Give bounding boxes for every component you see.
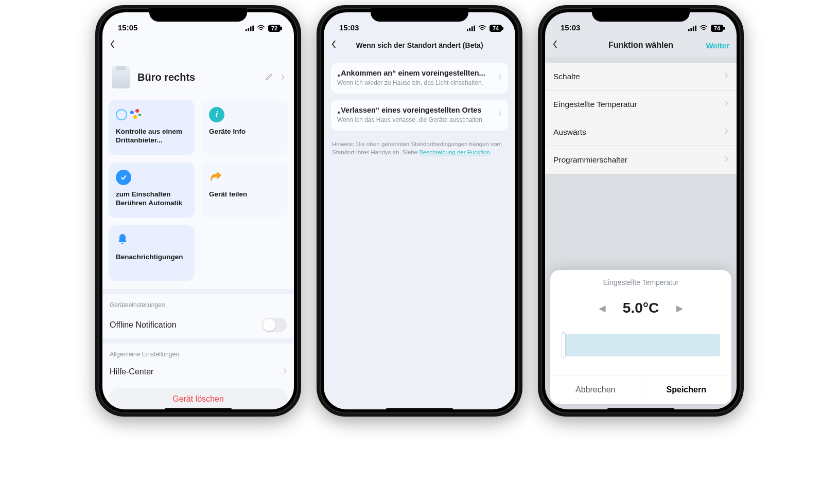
battery-icon: 72 xyxy=(268,25,281,32)
bell-icon xyxy=(116,232,129,248)
notch xyxy=(371,8,468,22)
card-label: zum Einschalten Berühren Automatik xyxy=(116,190,187,208)
battery-icon: 74 xyxy=(490,25,502,32)
location-hint-text: Hinweis: Die oben genannten Standortbedi… xyxy=(331,137,508,159)
svg-rect-5 xyxy=(469,28,470,31)
signal-bars-icon xyxy=(688,25,696,31)
card-label: Geräte Info xyxy=(209,128,281,136)
battery-icon: 74 xyxy=(711,25,723,32)
back-button[interactable] xyxy=(110,40,124,51)
back-button[interactable] xyxy=(331,40,345,51)
card-notifications[interactable]: Benachrichtigungen xyxy=(109,225,195,281)
signal-bars-icon xyxy=(246,25,254,31)
svg-rect-3 xyxy=(252,26,254,31)
share-icon xyxy=(209,170,222,185)
back-button[interactable] xyxy=(552,40,567,51)
page-title: Wenn sich der Standort ändert (Beta) xyxy=(324,41,515,49)
google-assistant-icon xyxy=(130,109,142,120)
row-label: Offline Notification xyxy=(110,320,177,330)
section-separator xyxy=(102,289,294,294)
card-share-device[interactable]: Gerät teilen xyxy=(202,163,288,218)
signal-bars-icon xyxy=(467,25,475,31)
card-tap-to-run[interactable]: zum Einschalten Berühren Automatik xyxy=(109,163,195,218)
svg-rect-7 xyxy=(474,26,475,31)
home-indicator[interactable] xyxy=(607,408,674,410)
temperature-value-row: ◀ 5.0°C ▶ xyxy=(550,300,731,334)
chevron-right-icon xyxy=(498,110,502,119)
check-icon xyxy=(116,170,131,185)
temperature-value: 5.0°C xyxy=(623,300,659,316)
row-help-center[interactable]: Hilfe-Center xyxy=(109,361,288,383)
clock: 15:03 xyxy=(561,23,580,32)
home-indicator[interactable] xyxy=(165,408,232,410)
nav-bar xyxy=(102,34,294,57)
chevron-right-icon xyxy=(281,71,285,83)
cancel-button[interactable]: Abbrechen xyxy=(550,375,641,404)
card-third-party-control[interactable]: Kontrolle aus einem Drittanbieter... xyxy=(109,100,195,155)
svg-rect-10 xyxy=(693,26,694,31)
card-title: „Ankommen an“ einem voreingestellten... xyxy=(337,69,494,77)
sheet-title: Eingestellte Temperatur xyxy=(550,270,731,300)
row-label: Hilfe-Center xyxy=(110,367,153,376)
clock: 15:03 xyxy=(339,23,359,32)
section-title-device-settings: Geräteeinstellungen xyxy=(109,294,288,312)
svg-rect-8 xyxy=(688,29,690,31)
offline-notification-toggle[interactable] xyxy=(262,318,287,332)
nav-bar: Funktion wählen Weiter xyxy=(545,34,737,57)
delete-label: Gerät löschen xyxy=(172,394,224,404)
nav-bar: Wenn sich der Standort ändert (Beta) xyxy=(324,34,515,57)
device-name: Büro rechts xyxy=(137,71,195,83)
temperature-sheet: Eingestellte Temperatur ◀ 5.0°C ▶ Abbrec… xyxy=(550,270,731,404)
alexa-icon xyxy=(116,109,127,120)
next-button[interactable]: Weiter xyxy=(706,41,729,50)
wifi-icon xyxy=(700,25,708,31)
slider-handle[interactable] xyxy=(562,332,566,358)
section-title-general: Allgemeine Einstellungen xyxy=(109,344,288,361)
card-leave-location[interactable]: „Verlassen“ eines voreingestellten Ortes… xyxy=(331,100,508,131)
card-subtitle: Wenn ich wieder zu Hause bin, das Licht … xyxy=(337,79,494,86)
svg-rect-9 xyxy=(690,28,692,31)
chevron-right-icon xyxy=(283,367,287,376)
card-label: Kontrolle aus einem Drittanbieter... xyxy=(116,128,187,145)
decrease-arrow-icon[interactable]: ◀ xyxy=(599,303,605,313)
notch xyxy=(592,8,690,22)
function-description-link[interactable]: Beschreibung der Funktion xyxy=(419,149,490,155)
card-device-info[interactable]: i Geräte Info xyxy=(202,100,288,155)
temperature-slider[interactable] xyxy=(562,334,720,356)
svg-rect-6 xyxy=(471,26,473,31)
card-label: Gerät teilen xyxy=(209,190,281,199)
svg-rect-11 xyxy=(695,26,696,31)
wifi-icon xyxy=(257,25,265,31)
section-separator xyxy=(102,338,294,344)
clock: 15:05 xyxy=(118,23,137,32)
edit-icon[interactable] xyxy=(265,71,273,83)
increase-arrow-icon[interactable]: ▶ xyxy=(676,303,683,313)
card-title: „Verlassen“ eines voreingestellten Ortes xyxy=(337,106,494,114)
card-subtitle: Wenn ich das Haus verlasse, die Geräte a… xyxy=(337,116,494,123)
wifi-icon xyxy=(478,25,486,31)
svg-rect-4 xyxy=(467,29,468,31)
notch xyxy=(149,8,247,22)
row-offline-notification: Offline Notification xyxy=(109,312,288,338)
svg-rect-2 xyxy=(250,26,252,31)
chevron-right-icon xyxy=(498,73,502,82)
card-arrive-location[interactable]: „Ankommen an“ einem voreingestellten... … xyxy=(331,63,508,94)
home-indicator[interactable] xyxy=(386,408,453,410)
save-button[interactable]: Speichern xyxy=(641,375,732,404)
svg-rect-1 xyxy=(248,28,249,31)
delete-device-button[interactable]: Gerät löschen xyxy=(109,388,288,409)
thermostat-icon xyxy=(112,66,130,88)
card-label: Benachrichtigungen xyxy=(116,253,187,262)
device-header[interactable]: Büro rechts xyxy=(109,57,288,100)
svg-rect-0 xyxy=(246,29,247,31)
info-icon: i xyxy=(209,107,224,122)
